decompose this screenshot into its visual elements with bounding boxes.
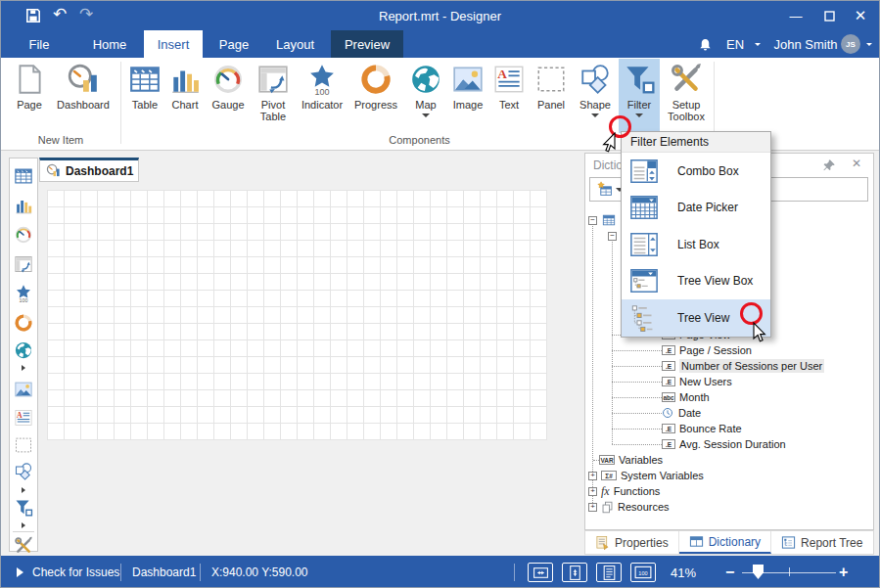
tab-home[interactable]: Home	[83, 30, 136, 58]
fit-page-width-button[interactable]	[528, 563, 553, 582]
resources-icon	[601, 501, 614, 514]
zoom-100-icon	[634, 564, 652, 581]
list-box-icon	[629, 230, 659, 259]
user-menu-caret-icon[interactable]	[866, 43, 872, 46]
menu-item-date-picker[interactable]: Date Picker	[622, 190, 770, 227]
fit-whole-page-button[interactable]	[596, 563, 622, 582]
zoom-slider-thumb[interactable]	[753, 565, 764, 579]
map-dropdown-caret-icon[interactable]	[422, 113, 430, 117]
zoom-100-button[interactable]	[630, 563, 656, 582]
variables-icon: VAR	[599, 455, 615, 465]
map-flyout-arrow-icon[interactable]	[22, 365, 25, 371]
dashboard-design-surface[interactable]	[47, 190, 547, 440]
tree-item-bounce-rate[interactable]: .E Bounce Rate	[585, 421, 873, 436]
toolbox-pivot-table-icon[interactable]	[14, 254, 33, 274]
tree-item-avg-session-duration[interactable]: .E Avg. Session Duration	[585, 436, 873, 452]
toolbox-progress-icon[interactable]	[14, 313, 33, 333]
tab-properties[interactable]: Properties	[585, 531, 679, 554]
tree-section-functions[interactable]: + fx Functions	[585, 483, 873, 499]
tab-insert[interactable]: Insert	[144, 30, 203, 58]
date-picker-icon	[629, 193, 659, 222]
ribbon-item-gauge[interactable]: Gauge	[207, 59, 250, 133]
gauge-icon	[211, 63, 245, 96]
ribbon-item-page[interactable]: Page	[9, 59, 50, 133]
user-avatar[interactable]: JS	[841, 34, 860, 54]
toolbox-map-icon[interactable]	[14, 340, 33, 360]
toolbox-setup-toolbox-icon[interactable]	[14, 536, 33, 556]
filter-menu-header: Filter Elements	[622, 132, 770, 153]
ribbon-item-panel[interactable]: Panel	[530, 59, 573, 133]
ribbon-item-indicator[interactable]: Indicator	[297, 59, 347, 133]
tree-item-number-of-sessions-per-user[interactable]: .E Number of Sessions per User	[585, 358, 873, 374]
expand-expander-icon[interactable]: +	[588, 472, 597, 480]
check-for-issues-button[interactable]: Check for Issues	[17, 556, 119, 588]
page-icon	[13, 63, 46, 96]
tab-layout[interactable]: Layout	[265, 30, 325, 58]
ribbon-item-table[interactable]: Table	[125, 59, 164, 133]
ribbon-item-map[interactable]: Map	[404, 59, 447, 133]
ribbon-item-dashboard[interactable]: Dashboard	[54, 59, 113, 133]
report-tree-icon	[781, 535, 796, 550]
tab-preview[interactable]: Preview	[331, 30, 403, 58]
zoom-out-button[interactable]: −	[725, 556, 734, 588]
toolbox-shape-icon[interactable]	[14, 462, 33, 481]
tab-file[interactable]: File	[15, 30, 64, 58]
tree-item-new-users[interactable]: .E New Users	[585, 374, 873, 389]
toolbox-image-icon[interactable]	[14, 380, 33, 399]
user-menu[interactable]: John Smith	[772, 30, 839, 58]
menu-item-combo-box[interactable]: Combo Box	[622, 153, 770, 190]
ribbon-item-image[interactable]: Image	[447, 59, 488, 133]
tree-item-date[interactable]: Date	[585, 405, 873, 421]
expand-expander-icon[interactable]: +	[588, 487, 597, 496]
toolbox-table-icon[interactable]	[14, 166, 33, 186]
close-button[interactable]: ✕	[846, 1, 875, 30]
collapse-expander-icon[interactable]: −	[588, 216, 597, 225]
filter-flyout-arrow-icon[interactable]	[22, 522, 25, 528]
toolbox-indicator-icon[interactable]	[14, 284, 33, 303]
minimize-button[interactable]: —	[781, 1, 811, 30]
ribbon-item-setup-toolbox[interactable]: Setup Toolbox	[661, 59, 712, 133]
ribbon-item-chart[interactable]: Chart	[165, 59, 205, 133]
document-tab-dashboard1[interactable]: Dashboard1	[39, 158, 139, 182]
zoom-in-button[interactable]: +	[839, 556, 848, 588]
maximize-button[interactable]	[814, 1, 844, 30]
toolbox-chart-icon[interactable]	[14, 196, 33, 215]
pin-icon[interactable]	[822, 158, 836, 172]
fit-page-height-button[interactable]	[562, 563, 587, 582]
tab-dictionary[interactable]: Dictionary	[679, 531, 771, 554]
tree-section-system-variables[interactable]: + Σ# System Variables	[585, 468, 873, 483]
ribbon-item-pivot-table[interactable]: Pivot Table	[252, 59, 295, 133]
language-caret-icon[interactable]	[755, 43, 761, 46]
ribbon-item-progress[interactable]: Progress	[349, 59, 402, 133]
tab-page[interactable]: Page	[208, 30, 259, 58]
notifications-bell-icon[interactable]	[698, 37, 713, 52]
status-bar: Check for Issues Dashboard1 X:940.00 Y:5…	[1, 556, 879, 588]
ribbon-tab-row: File Home Insert Page Layout Preview EN …	[1, 30, 879, 58]
dashboard-tab-icon	[46, 163, 61, 178]
toolbox-text-icon[interactable]	[14, 408, 33, 428]
shape-flyout-arrow-icon[interactable]	[22, 487, 25, 493]
collapse-expander-icon[interactable]: −	[608, 232, 617, 241]
tree-item-month[interactable]: abc Month	[585, 389, 873, 405]
toolbox-panel-icon[interactable]	[14, 435, 33, 455]
language-selector[interactable]: EN	[721, 30, 749, 58]
toolbox-gauge-icon[interactable]	[14, 225, 33, 245]
filter-dropdown-caret-icon[interactable]	[635, 113, 643, 117]
tab-report-tree[interactable]: Report Tree	[771, 531, 872, 554]
ribbon-item-text[interactable]: Text	[489, 59, 529, 133]
menu-item-list-box[interactable]: List Box	[622, 226, 770, 263]
tree-section-variables[interactable]: VAR Variables	[585, 452, 873, 468]
menu-item-tree-view-box[interactable]: Tree View Box	[622, 263, 770, 300]
zoom-level-value: 41%	[671, 556, 696, 588]
expand-expander-icon[interactable]: +	[588, 503, 597, 512]
dashboard-icon	[67, 63, 100, 96]
expression-icon: .E	[662, 424, 675, 433]
expression-icon: .E	[662, 361, 675, 371]
tree-item-page-session[interactable]: .E Page / Session	[585, 342, 873, 358]
statusbar-page-name: Dashboard1	[132, 556, 196, 588]
shape-dropdown-caret-icon[interactable]	[591, 113, 599, 117]
toolbox-filter-icon[interactable]	[14, 498, 33, 518]
panel-close-icon[interactable]: ✕	[852, 157, 861, 170]
tree-section-resources[interactable]: + Resources	[585, 499, 873, 515]
tree-view-icon	[629, 303, 659, 333]
